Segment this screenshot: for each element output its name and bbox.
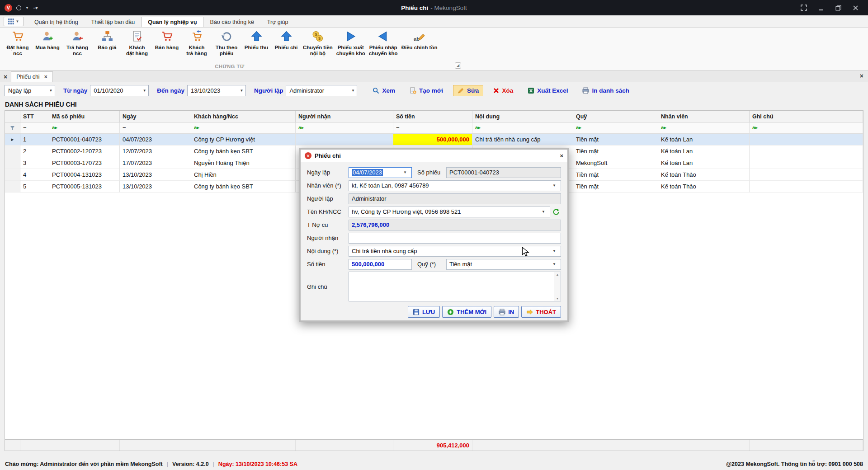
table-row[interactable]: ► 1 PCT00001-040723 04/07/2023 Công ty C… [5,134,863,146]
toolbar-item-dat-hang-ncc[interactable]: Đặt hàng ncc [3,29,33,56]
toolbar-item-chuyen-tien-noi-bo[interactable]: $$ Chuyển tiền nội bộ [301,29,335,56]
close-all-tabs-button[interactable]: × [4,74,7,80]
org-boxes-icon [101,30,113,44]
phieu-chi-dialog: V Phiếu chi × Ngày lập 04/07/2023 ▼ Số p… [299,148,569,322]
column-header-date[interactable]: Ngày [120,111,191,122]
nguoi-nhan-field[interactable] [349,233,561,244]
filter-bar: Ngày lập▼ Từ ngày 01/10/2020▼ Đến ngày 1… [0,82,868,99]
refresh-customer-button[interactable] [551,207,561,217]
toolbar-item-phieu-thu[interactable]: Phiếu thu [241,29,271,51]
close-tab-icon[interactable]: × [44,74,47,80]
column-header-amount[interactable]: Số tiền [393,111,472,122]
chevron-down-icon[interactable]: ▼ [25,6,29,10]
view-button[interactable]: Xem [368,85,400,96]
ribbon-tab-tro-giup[interactable]: Trợ giúp [261,17,295,27]
column-header-customer[interactable]: Khách hàng/Ncc [191,111,296,122]
ribbon-tab-thiet-lap-ban-dau[interactable]: Thiết lập ban đầu [85,17,142,27]
group-dialog-launcher[interactable]: ◢ [455,62,461,69]
close-tab-right-button[interactable]: × [860,73,863,79]
save-button[interactable]: LƯU [408,306,440,318]
cart-sale-icon [161,30,173,44]
column-header-receiver[interactable]: Người nhận [296,111,393,122]
minimize-button[interactable] [813,2,829,14]
nguoi-nhan-label: Người nhận [307,235,349,241]
maximize-button[interactable] [830,2,846,14]
filter-cell-note[interactable]: a▸ [750,122,863,134]
order-document-icon [131,30,143,44]
dialog-close-button[interactable]: × [560,153,563,159]
to-date-combo[interactable]: 13/10/2023▼ [187,85,246,96]
layout-circle-icon[interactable] [16,5,21,10]
svg-text:$: $ [318,36,321,41]
delete-button[interactable]: Xóa [489,85,518,96]
search-icon [373,87,379,94]
cart-icon [12,30,24,44]
begins-with-filter-icon: a▸ [52,125,57,131]
edit-button[interactable]: Sửa [453,85,483,96]
filter-cell-code[interactable]: a▸ [49,122,120,134]
column-header-stt[interactable]: STT [20,111,49,122]
cell-staff: Kế toán Lan [658,157,750,169]
column-header-staff[interactable]: Nhân viên [658,111,750,122]
cell-stt: 5 [20,181,49,193]
sort-field-combo[interactable]: Ngày lập▼ [5,85,55,96]
close-button[interactable] [847,2,863,14]
ribbon-menu-button[interactable]: ▼ [4,17,24,26]
exit-button[interactable]: THOÁT [521,306,561,318]
filter-cell-amount[interactable]: = [393,122,472,134]
column-header-fund[interactable]: Quỹ [573,111,658,122]
cell-customer: Công ty bánh kẹo SBT [191,146,296,157]
ngay-lap-combo[interactable]: 04/07/2023 ▼ [349,167,412,178]
column-header-content[interactable]: Nội dung [472,111,573,122]
column-header-code[interactable]: Mã số phiếu [49,111,120,122]
row-indicator [5,181,20,193]
filter-cell-date[interactable]: = [120,122,191,134]
toolbar-item-khach-dat-hang[interactable]: Khách đặt hàng [122,29,152,56]
quy-combo[interactable]: Tiền mặt ▼ [446,259,561,270]
memo-scrollbar[interactable]: ▲▼ [554,272,561,301]
filter-cell-stt[interactable]: = [20,122,49,134]
window-title: Phiếu chi- MekongSoft [122,5,746,11]
export-excel-button[interactable]: Xuất Excel [523,85,572,96]
person-add-icon [42,30,54,44]
person-return-icon [71,30,84,44]
toolbar-item-dieu-chinh-ton[interactable]: ab Điều chỉnh tồn [400,29,439,51]
cell-note [750,157,863,169]
toolbar-item-mua-hang[interactable]: Mua hàng [33,29,62,51]
create-button[interactable]: Tạo mới [405,85,448,96]
print-list-button[interactable]: In danh sách [578,85,634,96]
ribbon-group-label: CHỨNG TỪ [3,64,457,69]
from-date-combo[interactable]: 01/10/2020▼ [90,85,149,96]
print-button[interactable]: IN [494,306,519,318]
app-logo: V [305,152,311,159]
toolbar-item-phieu-chi[interactable]: Phiếu chi [271,29,301,51]
toolbar-item-phieu-nhap-chuyen-kho[interactable]: Phiếu nhập chuyển kho [367,29,400,56]
no-cu-field: 2,576,796,000 [349,220,561,230]
creator-combo[interactable]: Administrator▼ [286,85,357,96]
so-tien-field[interactable]: 500,000,000 [349,259,412,270]
ribbon-tab-quan-ly-nghiep-vu[interactable]: Quản lý nghiệp vụ [142,17,203,27]
add-new-button[interactable]: THÊM MỚI [442,306,491,318]
ghi-chu-textarea[interactable]: ▲▼ [349,272,561,301]
toolbar-item-ban-hang[interactable]: Bán hàng [152,29,182,51]
toolbar-item-phieu-xuat-chuyen-kho[interactable]: Phiếu xuất chuyển kho [335,29,367,56]
filter-cell-staff[interactable]: a▸ [658,122,750,134]
filter-cell-fund[interactable]: a▸ [573,122,658,134]
ten-kh-ncc-combo[interactable]: hv, Công ty CP Hương việt, 0956 898 521 … [349,207,550,217]
toolbar-item-bao-gia[interactable]: Báo giá [92,29,122,51]
toolbar-item-thu-theo-phieu[interactable]: Thu theo phiếu [212,29,241,56]
nhan-vien-combo[interactable]: kt, Kế toán Lan, 0987 456789 ▼ [349,180,561,191]
toolbar-item-tra-hang-ncc[interactable]: Trả hàng ncc [62,29,92,56]
column-header-note[interactable]: Ghi chú [750,111,863,122]
quick-access-customize-icon[interactable]: ≡▾ [33,5,38,11]
ribbon-tab-bar: ▼ Quản trị hệ thống Thiết lập ban đầu Qu… [0,15,868,28]
tab-phieu-chi[interactable]: Phiếu chi × [11,71,52,82]
toolbar-item-khach-tra-hang[interactable]: Khách trả hàng [182,29,212,56]
header-indicator [5,111,20,122]
filter-cell-receiver[interactable]: a▸ [296,122,393,134]
filter-cell-customer[interactable]: a▸ [191,122,296,134]
ribbon-tab-quan-tri-he-thong[interactable]: Quản trị hệ thống [28,17,85,27]
fullscreen-button[interactable] [796,2,812,14]
ribbon-tab-bao-cao-thong-ke[interactable]: Báo cáo thống kê [204,17,260,27]
filter-cell-content[interactable]: a▸ [472,122,573,134]
